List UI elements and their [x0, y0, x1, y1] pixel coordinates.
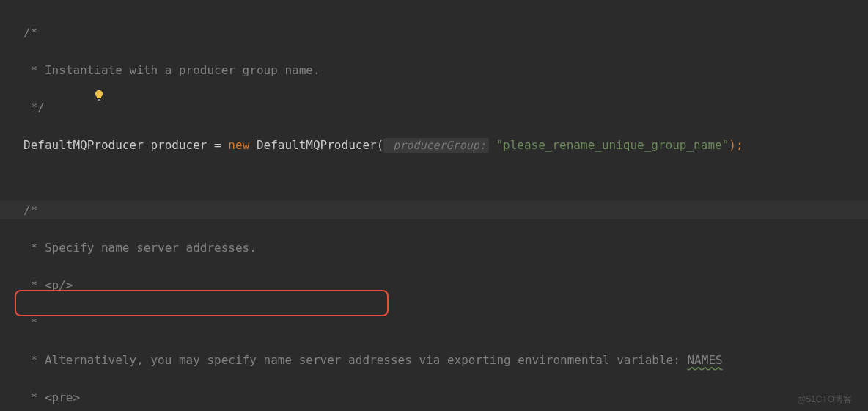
type-name: DefaultMQProducer — [23, 138, 144, 152]
comment-typo: NAMES — [687, 353, 722, 367]
comment-line: */ — [23, 101, 45, 114]
comment-line: * <p/> — [23, 278, 73, 292]
watermark-text: @51CTO博客 — [797, 393, 852, 407]
operator: = — [214, 138, 228, 152]
keyword-new: new — [228, 138, 249, 152]
string-literal: "please_rename_unique_group_name" — [489, 138, 729, 152]
constructor-call: DefaultMQProducer( — [249, 138, 383, 152]
variable-name: producer — [144, 138, 214, 152]
punctuation: ); — [729, 138, 743, 152]
code-editor[interactable]: /* * Instantiate with a producer group n… — [0, 0, 868, 411]
parameter-hint: producerGroup: — [383, 138, 488, 153]
comment-line: * Instantiate with a producer group name… — [23, 63, 320, 77]
comment-line: * Alternatively, you may specify name se… — [23, 353, 687, 367]
comment-line: * Specify name server addresses. — [23, 241, 257, 255]
comment-line: /* — [23, 26, 37, 40]
comment-line: * — [23, 316, 37, 330]
comment-line: * <pre> — [23, 390, 80, 404]
comment-line: /* — [23, 203, 37, 217]
